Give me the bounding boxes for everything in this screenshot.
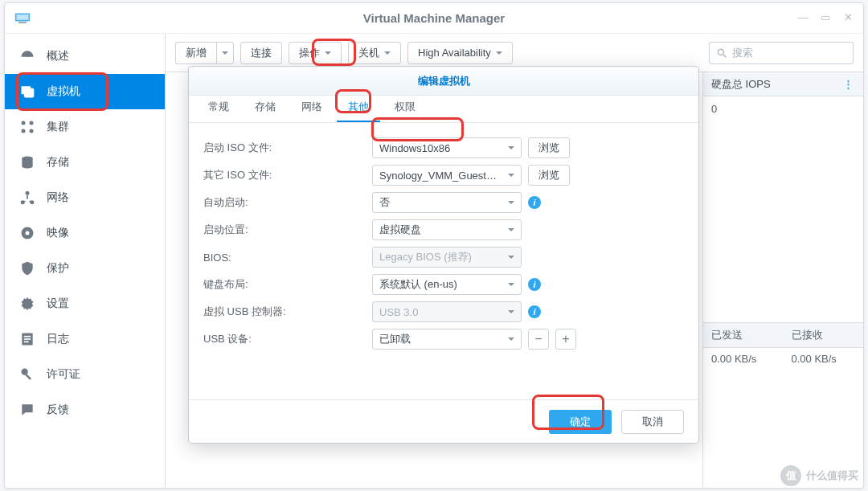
sidebar-item-network[interactable]: 网络 — [5, 180, 165, 215]
chevron-down-icon — [496, 51, 502, 58]
titlebar: Virtual Machine Manager — ▭ ✕ — [5, 3, 863, 34]
svg-point-7 — [30, 121, 34, 125]
chevron-down-icon — [508, 146, 514, 153]
more-icon[interactable]: ⋮ — [843, 78, 855, 90]
tab-storage[interactable]: 存储 — [244, 93, 287, 122]
sidebar-item-label: 集群 — [47, 120, 69, 134]
storage-icon — [19, 154, 35, 170]
connect-button[interactable]: 连接 — [240, 42, 282, 64]
action-button[interactable]: 操作 — [289, 42, 342, 64]
chevron-down-icon — [508, 256, 514, 262]
sidebar-item-protect[interactable]: 保护 — [5, 251, 165, 286]
svg-rect-1 — [16, 14, 28, 20]
new-dropdown[interactable] — [216, 42, 234, 64]
svg-point-15 — [26, 231, 30, 235]
chevron-down-icon — [508, 338, 514, 344]
dialog-title: 编辑虚拟机 — [189, 67, 698, 96]
edit-vm-dialog: 编辑虚拟机 常规 存储 网络 其他 权限 启动 ISO 文件: Windows1… — [188, 66, 699, 444]
ha-button[interactable]: High Availability — [407, 42, 513, 64]
tab-permission[interactable]: 权限 — [383, 93, 427, 122]
log-icon — [19, 331, 35, 347]
info-icon[interactable]: i — [528, 278, 541, 291]
tab-bar: 常规 存储 网络 其他 权限 — [189, 96, 698, 123]
select-other-iso[interactable]: Synology_VMM_Guest_Tool — [372, 165, 522, 186]
select-usb-dev[interactable]: 已卸载 — [372, 329, 522, 350]
remove-usb-button[interactable]: − — [528, 329, 549, 350]
search-input[interactable]: 搜索 — [709, 42, 854, 64]
search-icon — [716, 47, 727, 59]
stat-header-iops: 硬盘总 IOPS ⋮ — [703, 72, 863, 96]
sidebar-item-overview[interactable]: 概述 — [5, 39, 165, 74]
cluster-icon — [19, 119, 35, 135]
sidebar-item-label: 网络 — [47, 190, 69, 205]
select-usb-ctrl: USB 3.0 — [372, 301, 522, 322]
browse-boot-iso[interactable]: 浏览 — [528, 137, 570, 158]
transfer-header: 已发送 已接收 — [703, 323, 863, 348]
sidebar: 概述 虚拟机 集群 存储 网络 映像 — [5, 34, 166, 488]
chevron-down-icon — [508, 228, 514, 235]
feedback-icon — [19, 402, 35, 418]
sidebar-item-cluster[interactable]: 集群 — [5, 109, 165, 145]
sidebar-item-label: 许可证 — [47, 367, 80, 382]
sidebar-item-label: 保护 — [47, 261, 69, 276]
sidebar-item-feedback[interactable]: 反馈 — [5, 392, 165, 428]
sidebar-item-label: 存储 — [47, 155, 69, 170]
select-keyboard[interactable]: 系统默认 (en-us) — [372, 274, 522, 295]
maximize-button[interactable]: ▭ — [817, 8, 834, 26]
label-usb-ctrl: 虚拟 USB 控制器: — [203, 305, 372, 319]
tab-other[interactable]: 其他 — [337, 93, 380, 122]
sidebar-item-log[interactable]: 日志 — [5, 321, 165, 357]
search-placeholder: 搜索 — [732, 46, 753, 60]
info-icon[interactable]: i — [528, 305, 541, 318]
label-other-iso: 其它 ISO 文件: — [203, 168, 372, 182]
sidebar-item-storage[interactable]: 存储 — [5, 145, 165, 180]
shield-icon — [19, 260, 35, 276]
tab-network[interactable]: 网络 — [290, 93, 334, 122]
shutdown-button[interactable]: 关机 — [348, 42, 401, 64]
minimize-button[interactable]: — — [794, 8, 812, 26]
label-usb-dev: USB 设备: — [203, 332, 372, 346]
new-button[interactable]: 新增 — [175, 42, 216, 64]
vm-icon — [19, 84, 35, 100]
sidebar-item-label: 设置 — [47, 297, 69, 311]
ok-button[interactable]: 确定 — [549, 410, 612, 434]
label-bios: BIOS: — [203, 252, 372, 264]
svg-rect-22 — [25, 374, 31, 380]
sidebar-item-vm[interactable]: 虚拟机 — [5, 74, 165, 109]
gauge-icon — [19, 48, 35, 64]
select-autostart[interactable]: 否 — [372, 192, 522, 213]
app-window: Virtual Machine Manager — ▭ ✕ 概述 虚拟机 集群 — [4, 2, 864, 489]
sidebar-item-license[interactable]: 许可证 — [5, 357, 165, 392]
label-autostart: 自动启动: — [203, 195, 372, 210]
form-body: 启动 ISO 文件: Windows10x86 浏览 其它 ISO 文件: Sy… — [189, 123, 698, 399]
chevron-down-icon — [508, 310, 514, 317]
gear-icon — [19, 296, 35, 312]
sidebar-item-image[interactable]: 映像 — [5, 215, 165, 251]
add-usb-button[interactable]: + — [555, 329, 576, 350]
watermark: 值 什么值得买 — [780, 465, 858, 486]
disc-icon — [19, 225, 35, 241]
svg-rect-19 — [24, 338, 31, 340]
browse-other-iso[interactable]: 浏览 — [528, 165, 570, 186]
svg-rect-2 — [18, 22, 27, 23]
chevron-down-icon — [508, 201, 514, 207]
tab-general[interactable]: 常规 — [197, 93, 240, 122]
stat-value-iops: 0 — [703, 96, 863, 121]
sidebar-item-settings[interactable]: 设置 — [5, 286, 165, 321]
app-icon — [14, 11, 31, 24]
select-boot-iso[interactable]: Windows10x86 — [372, 137, 522, 158]
cancel-button[interactable]: 取消 — [621, 410, 684, 434]
close-button[interactable]: ✕ — [839, 8, 857, 26]
svg-rect-18 — [24, 336, 31, 338]
stats-panel: 硬盘总 IOPS ⋮ 0 已发送 已接收 0.00 KB/s 0.00 KB/s — [702, 72, 863, 488]
svg-rect-5 — [25, 89, 34, 97]
svg-point-9 — [30, 129, 34, 133]
chevron-down-icon — [325, 51, 331, 58]
info-icon[interactable]: i — [528, 196, 541, 209]
svg-rect-20 — [24, 342, 29, 343]
chevron-down-icon — [384, 51, 391, 58]
sidebar-item-label: 虚拟机 — [47, 84, 80, 99]
select-boot-from[interactable]: 虚拟硬盘 — [372, 219, 522, 240]
label-keyboard: 键盘布局: — [203, 277, 372, 292]
select-bios: Legacy BIOS (推荐) — [372, 247, 522, 268]
